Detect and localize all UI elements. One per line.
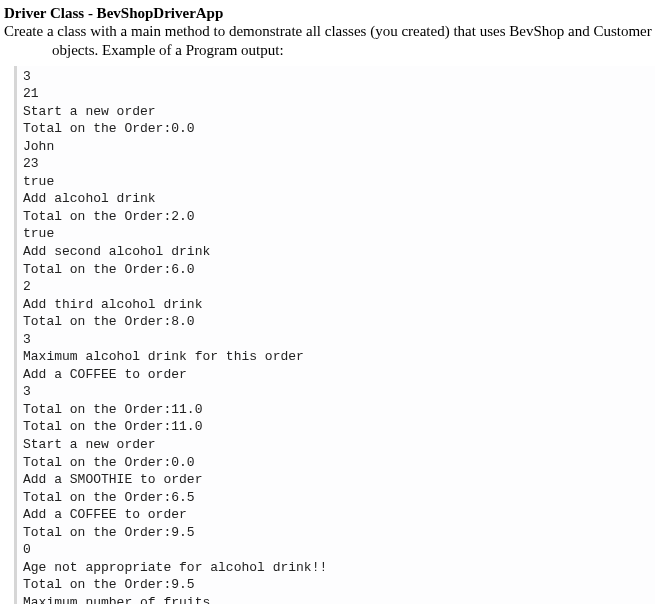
section-heading: Driver Class - BevShopDriverApp xyxy=(4,4,655,22)
output-line: Total on the Order:6.0 xyxy=(23,261,655,279)
output-line: 3 xyxy=(23,68,655,86)
output-line: Start a new order xyxy=(23,436,655,454)
output-line: 3 xyxy=(23,383,655,401)
output-line: Total on the Order:2.0 xyxy=(23,208,655,226)
output-line: Total on the Order:11.0 xyxy=(23,401,655,419)
output-line: 2 xyxy=(23,278,655,296)
output-line: Add second alcohol drink xyxy=(23,243,655,261)
output-line: 3 xyxy=(23,331,655,349)
output-line: Add third alcohol drink xyxy=(23,296,655,314)
output-line: 21 xyxy=(23,85,655,103)
output-line: Total on the Order:0.0 xyxy=(23,454,655,472)
output-line: Total on the Order:9.5 xyxy=(23,524,655,542)
output-line: Total on the Order:11.0 xyxy=(23,418,655,436)
output-line: Start a new order xyxy=(23,103,655,121)
output-line: Age not appropriate for alcohol drink!! xyxy=(23,559,655,577)
output-line: Add a COFFEE to order xyxy=(23,366,655,384)
output-line: Maximum alcohol drink for this order xyxy=(23,348,655,366)
output-line: true xyxy=(23,173,655,191)
instruction-text-line1: Create a class with a main method to dem… xyxy=(4,22,655,41)
output-line: 23 xyxy=(23,155,655,173)
output-line: 0 xyxy=(23,541,655,559)
output-line: Add alcohol drink xyxy=(23,190,655,208)
output-line: true xyxy=(23,225,655,243)
output-line: Total on the Order:6.5 xyxy=(23,489,655,507)
output-line: Add a COFFEE to order xyxy=(23,506,655,524)
output-line: Total on the Order:0.0 xyxy=(23,120,655,138)
output-line: John xyxy=(23,138,655,156)
program-output-block: 321Start a new orderTotal on the Order:0… xyxy=(14,66,655,605)
instruction-text-line2: objects. Example of a Program output: xyxy=(4,41,655,60)
output-line: Total on the Order:9.5 xyxy=(23,576,655,594)
output-line: Total on the Order:8.0 xyxy=(23,313,655,331)
output-line: Maximum number of fruits xyxy=(23,594,655,604)
output-line: Add a SMOOTHIE to order xyxy=(23,471,655,489)
